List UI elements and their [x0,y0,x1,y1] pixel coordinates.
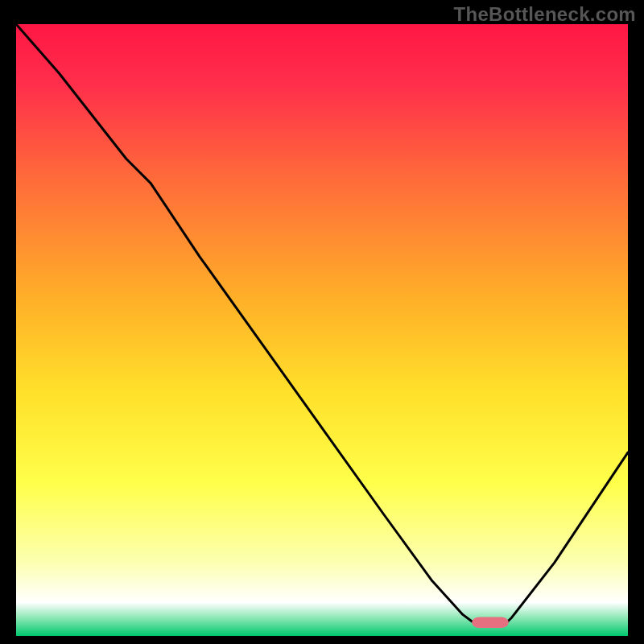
optimal-marker [472,617,509,628]
chart-svg [16,24,628,636]
plot-area [16,24,628,636]
chart-container: TheBottleneck.com [0,0,644,644]
gradient-background [16,24,628,636]
watermark-text: TheBottleneck.com [454,3,636,26]
